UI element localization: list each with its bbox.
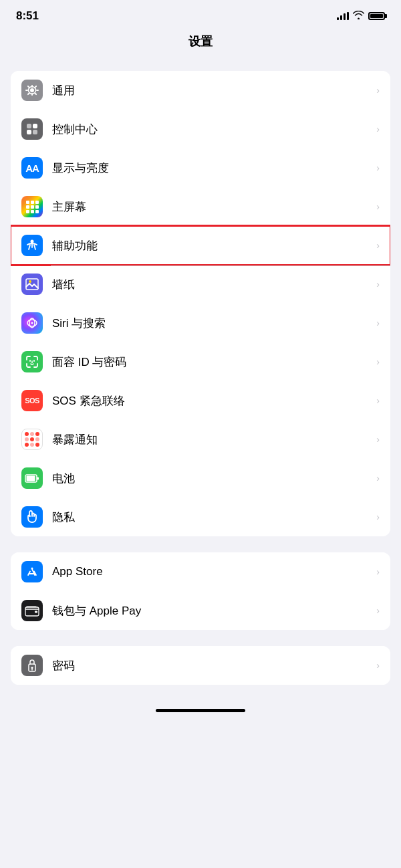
settings-group-passwords: 密码 › (11, 646, 390, 685)
control-center-icon (21, 118, 43, 140)
passwords-label: 密码 (52, 658, 372, 673)
status-time: 8:51 (16, 9, 39, 23)
svg-rect-23 (37, 477, 39, 479)
settings-row-siri[interactable]: Siri 与搜索 › (11, 304, 390, 342)
home-screen-label: 主屏幕 (52, 199, 372, 215)
exposure-icon (21, 429, 43, 450)
wallet-icon (21, 600, 43, 621)
svg-rect-6 (26, 201, 29, 204)
wallpaper-chevron: › (376, 279, 380, 290)
settings-row-battery[interactable]: 电池 › (11, 459, 390, 498)
signal-bars-icon (337, 12, 349, 20)
settings-row-control-center[interactable]: 控制中心 › (11, 110, 390, 148)
svg-rect-22 (27, 475, 35, 481)
svg-rect-2 (27, 124, 31, 128)
svg-rect-4 (27, 130, 31, 134)
battery-label: 电池 (52, 471, 372, 486)
svg-rect-11 (35, 205, 39, 209)
svg-rect-9 (26, 205, 29, 209)
general-label: 通用 (52, 83, 372, 98)
status-icons (337, 11, 385, 21)
svg-rect-14 (35, 210, 39, 213)
faceid-chevron: › (376, 356, 380, 367)
accessibility-label: 辅助功能 (52, 238, 372, 253)
settings-row-privacy[interactable]: 隐私 › (11, 498, 390, 536)
appstore-chevron: › (376, 566, 380, 577)
settings-row-general[interactable]: 通用 › (11, 71, 390, 110)
accessibility-icon (21, 235, 43, 256)
display-icon: AA (21, 157, 43, 179)
home-screen-icon (21, 196, 43, 217)
svg-rect-17 (26, 279, 38, 290)
svg-rect-12 (26, 210, 29, 213)
privacy-label: 隐私 (52, 510, 372, 525)
control-center-label: 控制中心 (52, 122, 372, 137)
exposure-label: 暴露通知 (52, 432, 372, 447)
svg-point-0 (30, 88, 34, 92)
faceid-icon (21, 351, 43, 372)
sos-label: SOS 紧急联络 (52, 393, 372, 409)
battery-settings-icon (21, 467, 43, 489)
settings-row-accessibility[interactable]: 辅助功能 › (11, 226, 390, 265)
wallpaper-icon (21, 274, 43, 295)
wifi-icon (353, 11, 364, 21)
display-label: 显示与亮度 (52, 160, 372, 176)
svg-rect-7 (31, 201, 34, 204)
sos-chevron: › (376, 395, 380, 406)
battery-chevron: › (376, 473, 380, 483)
page-title: 设置 (0, 28, 401, 60)
settings-row-appstore[interactable]: App Store › (11, 552, 390, 591)
svg-rect-13 (31, 210, 34, 213)
sos-icon: SOS (21, 390, 43, 411)
status-bar: 8:51 (0, 0, 401, 28)
home-indicator (156, 709, 245, 712)
accessibility-chevron: › (376, 240, 380, 251)
svg-point-20 (31, 322, 33, 324)
svg-rect-3 (33, 124, 37, 128)
svg-point-15 (31, 240, 34, 243)
settings-group-store: App Store › 钱包与 Apple Pay › (11, 552, 390, 630)
wallet-label: 钱包与 Apple Pay (52, 603, 372, 619)
wallpaper-label: 墙纸 (52, 277, 372, 292)
appstore-label: App Store (52, 565, 372, 578)
general-icon (21, 80, 43, 101)
settings-row-wallet[interactable]: 钱包与 Apple Pay › (11, 591, 390, 630)
exposure-chevron: › (376, 434, 380, 445)
general-chevron: › (376, 85, 380, 96)
svg-point-24 (31, 568, 33, 570)
display-chevron: › (376, 162, 380, 173)
svg-rect-5 (33, 130, 37, 134)
control-center-chevron: › (376, 124, 380, 134)
settings-row-display[interactable]: AA 显示与亮度 › (11, 148, 390, 187)
svg-rect-26 (35, 611, 37, 613)
siri-chevron: › (376, 318, 380, 328)
siri-icon (21, 312, 43, 334)
settings-row-faceid[interactable]: 面容 ID 与密码 › (11, 342, 390, 381)
settings-row-wallpaper[interactable]: 墙纸 › (11, 265, 390, 304)
svg-point-16 (29, 280, 31, 283)
wallet-chevron: › (376, 605, 380, 616)
settings-row-home-screen[interactable]: 主屏幕 › (11, 187, 390, 226)
siri-label: Siri 与搜索 (52, 316, 372, 331)
home-screen-chevron: › (376, 201, 380, 212)
privacy-icon (21, 506, 43, 528)
passwords-chevron: › (376, 660, 380, 671)
battery-icon (368, 12, 385, 20)
settings-row-passwords[interactable]: 密码 › (11, 646, 390, 685)
settings-row-exposure[interactable]: 暴露通知 › (11, 420, 390, 459)
settings-group-main: 通用 › 控制中心 › AA 显示与亮度 › (11, 71, 390, 536)
settings-row-sos[interactable]: SOS SOS 紧急联络 › (11, 381, 390, 420)
privacy-chevron: › (376, 512, 380, 522)
appstore-icon (21, 561, 43, 582)
passwords-icon (21, 655, 43, 676)
svg-rect-10 (31, 205, 34, 209)
faceid-label: 面容 ID 与密码 (52, 354, 372, 370)
svg-rect-8 (35, 201, 39, 204)
